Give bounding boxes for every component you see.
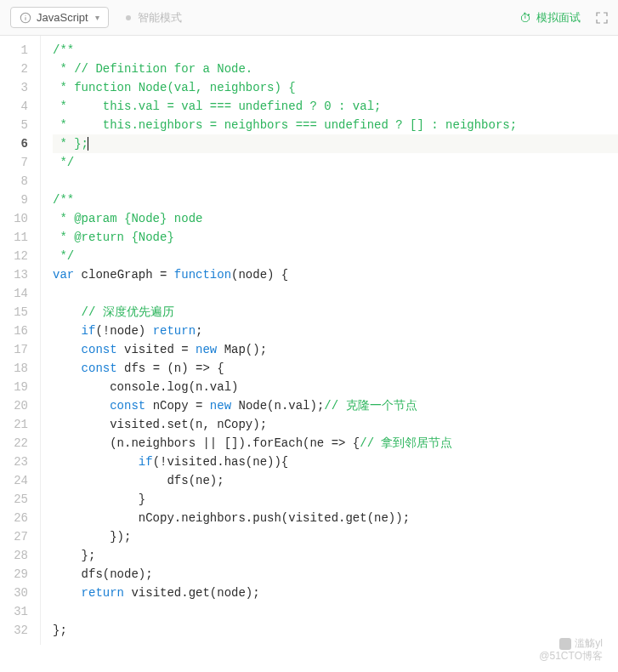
code-area[interactable]: /** * // Definition for a Node. * functi… [41,36,618,645]
mode-indicator[interactable]: 智能模式 [126,10,182,26]
line-number: 4 [0,97,40,116]
code-line[interactable]: */ [53,247,618,265]
info-icon [20,12,31,24]
line-number: 21 [0,415,40,434]
line-number: 27 [0,527,40,546]
line-number: 23 [0,453,40,471]
code-line[interactable]: const nCopy = new Node(n.val);// 克隆一个节点 [53,396,618,415]
line-number: 22 [0,434,40,453]
code-line[interactable]: * @param {Node} node [53,209,618,228]
fullscreen-icon[interactable] [596,12,608,24]
code-line[interactable] [53,172,618,191]
line-number: 26 [0,509,40,527]
line-number: 3 [0,78,40,97]
code-line[interactable]: // 深度优先遍历 [53,303,618,322]
line-number: 1 [0,41,40,60]
code-line[interactable]: if(!node) return; [53,322,618,340]
code-line[interactable]: console.log(n.val) [53,378,618,396]
line-number: 30 [0,584,40,602]
line-number: 28 [0,546,40,565]
line-number: 2 [0,60,40,78]
line-number: 18 [0,359,40,378]
line-number: 15 [0,303,40,322]
code-line[interactable]: /** [53,41,618,60]
line-number: 19 [0,378,40,396]
code-line[interactable]: * function Node(val, neighbors) { [53,78,618,97]
code-line[interactable]: * @return {Node} [53,228,618,247]
editor-toolbar: JavaScript ▾ 智能模式 ⏱ 模拟面试 [0,0,618,36]
line-number: 7 [0,153,40,172]
code-line[interactable]: var cloneGraph = function(node) { [53,265,618,284]
code-line[interactable]: (n.neighbors || []).forEach(ne => {// 拿到… [53,434,618,453]
code-line[interactable]: * }; [53,134,618,153]
wechat-icon [559,638,571,650]
code-line[interactable]: }); [53,527,618,546]
line-number: 32 [0,621,40,640]
line-number: 24 [0,471,40,490]
mock-interview-button[interactable]: ⏱ 模拟面试 [519,10,581,26]
code-line[interactable]: const dfs = (n) => { [53,359,618,378]
code-line[interactable]: }; [53,546,618,565]
line-number: 12 [0,247,40,265]
code-line[interactable]: }; [53,621,618,640]
line-number: 29 [0,565,40,584]
line-number: 6 [0,134,40,153]
code-line[interactable] [53,284,618,303]
line-number: 10 [0,209,40,228]
line-number: 11 [0,228,40,247]
text-cursor [88,137,88,151]
code-line[interactable]: */ [53,153,618,172]
clock-icon: ⏱ [519,11,531,25]
code-line[interactable]: dfs(node); [53,565,618,584]
watermark: 滥觞yl @51CTO博客 [539,637,603,663]
line-number: 16 [0,322,40,340]
line-number: 13 [0,265,40,284]
code-line[interactable]: if(!visited.has(ne)){ [53,453,618,471]
line-number: 20 [0,396,40,415]
code-line[interactable]: return visited.get(node); [53,584,618,602]
line-gutter: 1234567891011121314151617181920212223242… [0,36,41,645]
mode-label: 智能模式 [138,10,182,26]
chevron-down-icon: ▾ [95,13,99,22]
code-editor[interactable]: 1234567891011121314151617181920212223242… [0,36,618,645]
code-line[interactable]: } [53,490,618,509]
code-line[interactable]: dfs(ne); [53,471,618,490]
code-line[interactable]: * this.neighbors = neighbors === undefin… [53,116,618,134]
code-line[interactable]: nCopy.neighbors.push(visited.get(ne)); [53,509,618,527]
line-number: 31 [0,602,40,621]
line-number: 9 [0,191,40,209]
language-selector[interactable]: JavaScript ▾ [10,7,109,28]
svg-point-2 [25,14,26,15]
line-number: 8 [0,172,40,191]
code-line[interactable] [53,602,618,621]
code-line[interactable]: * // Definition for a Node. [53,60,618,78]
language-label: JavaScript [37,11,88,24]
line-number: 25 [0,490,40,509]
mock-interview-label: 模拟面试 [536,10,581,26]
line-number: 5 [0,116,40,134]
code-line[interactable]: const visited = new Map(); [53,340,618,359]
code-line[interactable]: * this.val = val === undefined ? 0 : val… [53,97,618,116]
watermark-author: 滥觞yl [575,637,603,651]
watermark-source: @51CTO博客 [539,650,603,663]
code-line[interactable]: visited.set(n, nCopy); [53,415,618,434]
line-number: 17 [0,340,40,359]
line-number: 14 [0,284,40,303]
mode-dot-icon [126,15,131,20]
code-line[interactable]: /** [53,191,618,209]
